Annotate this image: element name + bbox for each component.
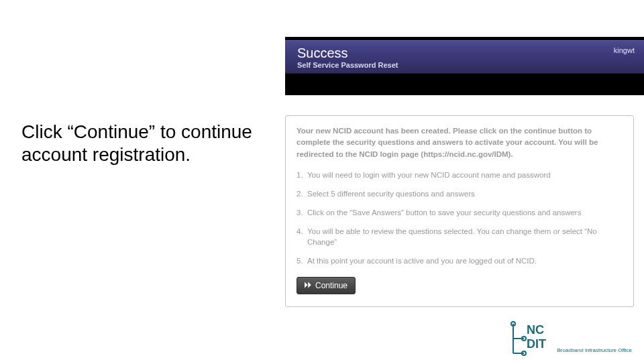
header-username: kingwt bbox=[614, 46, 635, 54]
step-item: At this point your account is active and… bbox=[297, 255, 623, 266]
slide-instruction-text: Click “Continue” to continue account reg… bbox=[21, 121, 270, 166]
step-item: You will need to login with your new NCI… bbox=[297, 170, 623, 180]
step-item: Select 5 different security questions an… bbox=[297, 188, 623, 199]
step-item: You will be able to review the questions… bbox=[297, 226, 623, 247]
logo-text-dit: DIT bbox=[527, 337, 546, 351]
header-title: Success bbox=[297, 46, 398, 60]
header-left: Success Self Service Password Reset bbox=[297, 46, 398, 69]
footer-logo: NC DIT Broadband Infrastructure Office bbox=[506, 320, 632, 357]
fast-forward-icon bbox=[305, 281, 313, 290]
header-subtitle: Self Service Password Reset bbox=[297, 61, 398, 69]
panel-intro-text: Your new NCID account has been created. … bbox=[297, 125, 623, 160]
logo-text-nc: NC bbox=[527, 323, 544, 337]
step-item: Click on the “Save Answers” button to sa… bbox=[297, 207, 623, 218]
continue-button[interactable]: Continue bbox=[297, 277, 356, 294]
app-header: Success Self Service Password Reset king… bbox=[285, 40, 644, 74]
ncdit-logo-icon: NC DIT bbox=[506, 320, 553, 357]
sub-header-band bbox=[285, 74, 644, 95]
continue-button-label: Continue bbox=[315, 281, 347, 290]
logo-tagline: Broadband Infrastructure Office bbox=[557, 348, 632, 357]
success-panel: Your new NCID account has been created. … bbox=[285, 115, 634, 307]
steps-list: You will need to login with your new NCI… bbox=[297, 170, 623, 267]
